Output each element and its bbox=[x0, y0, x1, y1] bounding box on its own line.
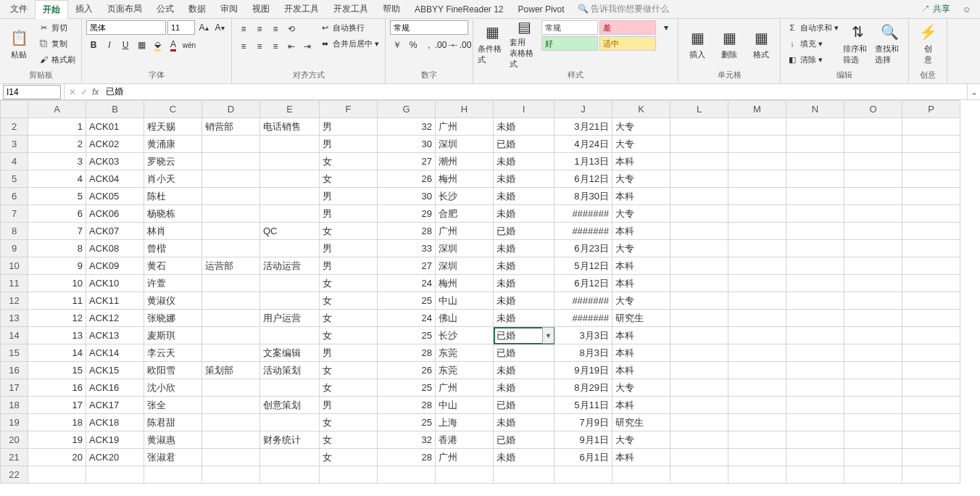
cell[interactable]: 4 bbox=[28, 170, 86, 188]
cell[interactable]: 女 bbox=[320, 153, 378, 170]
tab-help[interactable]: 帮助 bbox=[375, 0, 407, 18]
cell[interactable]: 30 bbox=[378, 136, 436, 153]
row-header[interactable]: 12 bbox=[1, 292, 28, 310]
tab-review[interactable]: 审阅 bbox=[213, 0, 245, 18]
cell[interactable]: 未婚 bbox=[494, 310, 555, 327]
cell[interactable]: 大专 bbox=[612, 136, 670, 153]
cell[interactable]: 大专 bbox=[612, 292, 670, 310]
cell[interactable] bbox=[902, 466, 960, 484]
cell[interactable]: 长沙 bbox=[436, 188, 494, 205]
cell[interactable]: 32 bbox=[378, 118, 436, 136]
cell[interactable] bbox=[202, 223, 260, 240]
style-bad[interactable]: 差 bbox=[599, 20, 656, 35]
cell[interactable] bbox=[844, 170, 902, 188]
cell[interactable]: 本科 bbox=[612, 223, 670, 240]
cell[interactable]: 男 bbox=[320, 118, 378, 136]
cell[interactable]: 欧阳雪 bbox=[144, 362, 202, 379]
cell[interactable] bbox=[902, 310, 960, 327]
cell[interactable]: 女 bbox=[320, 327, 378, 344]
row-header[interactable]: 2 bbox=[1, 118, 28, 136]
cell[interactable]: ACK12 bbox=[86, 310, 144, 327]
tab-insert[interactable]: 插入 bbox=[68, 0, 100, 18]
cell[interactable] bbox=[670, 170, 728, 188]
row-header[interactable]: 3 bbox=[1, 136, 28, 153]
cell[interactable] bbox=[844, 310, 902, 327]
cell[interactable]: 大专 bbox=[612, 431, 670, 449]
cell[interactable]: 创意策划 bbox=[260, 397, 320, 414]
cell[interactable] bbox=[844, 466, 902, 484]
cell[interactable] bbox=[902, 344, 960, 362]
cell[interactable]: 30 bbox=[378, 188, 436, 205]
cell[interactable]: 未婚 bbox=[494, 188, 555, 205]
tab-layout[interactable]: 页面布局 bbox=[100, 0, 149, 18]
cell[interactable]: 5 bbox=[28, 188, 86, 205]
cell[interactable]: 16 bbox=[28, 379, 86, 397]
cell[interactable]: 东莞 bbox=[436, 344, 494, 362]
cell[interactable] bbox=[260, 136, 320, 153]
font-color-button[interactable]: A bbox=[166, 38, 180, 52]
cell[interactable] bbox=[670, 449, 728, 466]
cell[interactable] bbox=[728, 136, 786, 153]
cell[interactable]: ACK07 bbox=[86, 223, 144, 240]
cell[interactable] bbox=[670, 397, 728, 414]
cell[interactable] bbox=[202, 275, 260, 292]
cell[interactable] bbox=[786, 205, 844, 223]
cell[interactable]: 13 bbox=[28, 327, 86, 344]
tab-dev2[interactable]: 开发工具 bbox=[326, 0, 375, 18]
cell[interactable]: 张淑君 bbox=[144, 449, 202, 466]
cell[interactable]: 女 bbox=[320, 362, 378, 379]
cell[interactable] bbox=[202, 344, 260, 362]
cell[interactable] bbox=[786, 292, 844, 310]
cell[interactable] bbox=[902, 223, 960, 240]
cell[interactable] bbox=[670, 153, 728, 170]
cell[interactable] bbox=[670, 466, 728, 484]
cell[interactable]: 男 bbox=[320, 136, 378, 153]
cell[interactable] bbox=[902, 188, 960, 205]
tab-abbyy[interactable]: ABBYY FineReader 12 bbox=[407, 1, 511, 17]
cell[interactable] bbox=[786, 466, 844, 484]
align-bottom-button[interactable]: ≡ bbox=[268, 22, 283, 36]
column-header-K[interactable]: K bbox=[612, 101, 670, 118]
cell[interactable]: 男 bbox=[320, 397, 378, 414]
column-header-L[interactable]: L bbox=[670, 101, 728, 118]
cell[interactable] bbox=[728, 449, 786, 466]
formula-input[interactable] bbox=[103, 87, 967, 97]
cell[interactable]: 文案编辑 bbox=[260, 344, 320, 362]
cell[interactable]: 28 bbox=[378, 397, 436, 414]
cell[interactable] bbox=[670, 379, 728, 397]
cell[interactable]: 27 bbox=[378, 257, 436, 275]
cell[interactable]: 未婚 bbox=[494, 153, 555, 170]
cell[interactable]: ACK18 bbox=[86, 414, 144, 431]
cell[interactable] bbox=[202, 431, 260, 449]
cell[interactable]: 3月21日 bbox=[555, 118, 612, 136]
cell[interactable] bbox=[844, 136, 902, 153]
cell[interactable] bbox=[728, 310, 786, 327]
insert-cells-button[interactable]: ▦插入 bbox=[683, 20, 712, 67]
cell[interactable]: 9月1日 bbox=[555, 431, 612, 449]
cell[interactable]: 已婚 bbox=[494, 223, 555, 240]
cell[interactable] bbox=[786, 153, 844, 170]
cell[interactable] bbox=[202, 466, 260, 484]
cell[interactable]: 许萱 bbox=[144, 275, 202, 292]
cell[interactable]: 未婚 bbox=[494, 275, 555, 292]
cell[interactable] bbox=[786, 327, 844, 344]
column-header-E[interactable]: E bbox=[260, 101, 320, 118]
cell[interactable]: 程天赐 bbox=[144, 118, 202, 136]
cell[interactable]: 3月3日 bbox=[555, 327, 612, 344]
cell[interactable] bbox=[28, 466, 86, 484]
cell[interactable]: 28 bbox=[378, 223, 436, 240]
cell[interactable] bbox=[902, 240, 960, 257]
cell[interactable] bbox=[786, 136, 844, 153]
cell[interactable]: 曾楷 bbox=[144, 240, 202, 257]
cell[interactable]: 18 bbox=[28, 414, 86, 431]
cell[interactable]: 陈君甜 bbox=[144, 414, 202, 431]
cell[interactable]: ACK03 bbox=[86, 153, 144, 170]
cell[interactable]: 大专 bbox=[612, 118, 670, 136]
cell[interactable] bbox=[902, 136, 960, 153]
cell[interactable] bbox=[202, 170, 260, 188]
clear-button[interactable]: ◧清除 ▾ bbox=[785, 52, 840, 67]
cell[interactable]: ACK17 bbox=[86, 397, 144, 414]
cell[interactable]: 活动策划 bbox=[260, 362, 320, 379]
merge-center-button[interactable]: ⬌合并后居中 ▾ bbox=[317, 36, 381, 51]
cell[interactable] bbox=[786, 449, 844, 466]
